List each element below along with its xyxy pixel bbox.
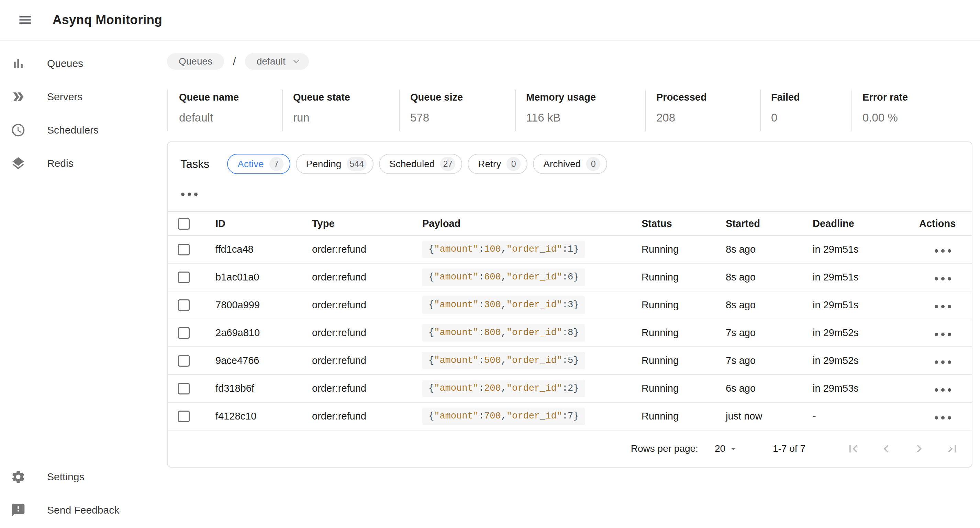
filter-chip-count: 27	[440, 157, 455, 171]
filter-chip-retry[interactable]: Retry0	[468, 154, 527, 174]
task-actions-cell	[919, 347, 972, 374]
table-row: 9ace4766order:refund{"amount":500,"order…	[168, 347, 972, 374]
table-row: fd318b6forder:refund{"amount":200,"order…	[168, 374, 972, 402]
first-page-button[interactable]	[845, 441, 861, 457]
filter-chip-active[interactable]: Active7	[227, 154, 290, 174]
stat-memory-usage: Memory usage116 kB	[515, 90, 645, 131]
sidebar-item-queues[interactable]: Queues	[0, 47, 167, 80]
row-checkbox[interactable]	[178, 411, 190, 422]
row-select-cell	[168, 347, 215, 374]
column-header-payload: Payload	[422, 211, 641, 236]
task-id: f4128c10	[215, 402, 312, 430]
stat-queue-size: Queue size578	[399, 90, 515, 131]
sidebar-item-send-feedback[interactable]: Send Feedback	[0, 493, 167, 526]
row-actions-button[interactable]	[934, 360, 952, 365]
stat-label: Memory usage	[526, 92, 645, 103]
row-checkbox[interactable]	[178, 244, 190, 255]
row-checkbox[interactable]	[178, 355, 190, 367]
task-id: ffd1ca48	[215, 236, 312, 263]
task-deadline: in 29m51s	[813, 291, 919, 319]
filter-chip-label: Archived	[543, 159, 581, 170]
first-page-icon	[846, 441, 861, 456]
breadcrumb: Queues / default	[167, 53, 972, 70]
column-header-deadline: Deadline	[813, 211, 919, 236]
task-deadline: -	[813, 402, 919, 430]
sidebar-item-label: Settings	[47, 471, 84, 483]
select-all-checkbox[interactable]	[178, 218, 190, 230]
payload-code: {"amount":200,"order_id":2}	[422, 380, 585, 397]
task-payload-cell: {"amount":800,"order_id":8}	[422, 319, 641, 347]
row-actions-button[interactable]	[934, 332, 952, 337]
task-started: just now	[726, 402, 813, 430]
breadcrumb-current-label: default	[257, 56, 286, 67]
stat-value: 208	[656, 111, 760, 124]
row-actions-button[interactable]	[934, 388, 952, 392]
stat-value: run	[293, 111, 399, 124]
rows-per-page-label: Rows per page:	[631, 443, 698, 454]
rows-per-page-select[interactable]: 20	[715, 443, 739, 455]
sidebar-item-settings[interactable]: Settings	[0, 460, 167, 493]
bulk-actions-row	[168, 174, 972, 195]
column-header-actions: Actions	[919, 211, 972, 236]
task-status: Running	[641, 319, 726, 347]
task-type: order:refund	[312, 319, 422, 347]
filter-chip-archived[interactable]: Archived0	[533, 154, 607, 174]
stat-failed: Failed0	[760, 90, 851, 131]
table-row: f4128c10order:refund{"amount":700,"order…	[168, 402, 972, 430]
last-page-button[interactable]	[944, 441, 960, 457]
task-actions-cell	[919, 374, 972, 402]
task-actions-cell	[919, 402, 972, 430]
row-actions-button[interactable]	[934, 249, 952, 254]
payload-code: {"amount":100,"order_id":1}	[422, 241, 585, 258]
task-started: 7s ago	[726, 347, 813, 374]
sidebar: QueuesServersSchedulersRedis SettingsSen…	[0, 41, 167, 527]
row-actions-button[interactable]	[934, 415, 952, 420]
chevron-down-icon	[290, 55, 302, 67]
row-actions-button[interactable]	[934, 304, 952, 309]
task-deadline: in 29m51s	[813, 263, 919, 291]
task-started: 7s ago	[726, 319, 813, 347]
previous-page-button[interactable]	[878, 441, 894, 457]
stat-processed: Processed208	[645, 90, 760, 131]
payload-code: {"amount":700,"order_id":7}	[422, 407, 585, 425]
breadcrumb-queues-chip[interactable]: Queues	[167, 53, 224, 70]
task-filter-row: Tasks Active7Pending544Scheduled27Retry0…	[168, 142, 972, 174]
table-row: 7800a999order:refund{"amount":300,"order…	[168, 291, 972, 319]
task-type: order:refund	[312, 374, 422, 402]
row-checkbox[interactable]	[178, 300, 190, 311]
filter-chip-scheduled[interactable]: Scheduled27	[379, 154, 462, 174]
pagination-bar: Rows per page: 20 1-7 of 7	[168, 431, 972, 467]
task-status: Running	[641, 263, 726, 291]
arrow-drop-down-icon	[727, 443, 739, 455]
task-id: fd318b6f	[215, 374, 312, 402]
task-actions-cell	[919, 236, 972, 263]
next-page-button[interactable]	[911, 441, 927, 457]
stat-label: Failed	[771, 92, 851, 103]
queue-stats-bar: Queue namedefaultQueue staterunQueue siz…	[167, 90, 972, 131]
task-deadline: in 29m51s	[813, 236, 919, 263]
filter-chip-pending[interactable]: Pending544	[296, 154, 374, 174]
row-checkbox[interactable]	[178, 327, 190, 339]
bulk-actions-button[interactable]	[180, 192, 198, 197]
hamburger-menu-button[interactable]	[18, 13, 33, 27]
tasks-card: Tasks Active7Pending544Scheduled27Retry0…	[167, 141, 972, 468]
row-checkbox[interactable]	[178, 271, 190, 283]
task-status: Running	[641, 402, 726, 430]
row-actions-button[interactable]	[934, 276, 952, 281]
task-id: b1ac01a0	[215, 263, 312, 291]
payload-code: {"amount":800,"order_id":8}	[422, 324, 585, 342]
column-header-type: Type	[312, 211, 422, 236]
row-checkbox[interactable]	[178, 383, 190, 395]
payload-code: {"amount":500,"order_id":5}	[422, 352, 585, 369]
sidebar-item-schedulers[interactable]: Schedulers	[0, 113, 167, 147]
payload-code: {"amount":600,"order_id":6}	[422, 268, 585, 286]
main-content: Queues / default Queue namedefaultQueue …	[167, 41, 980, 527]
task-actions-cell	[919, 263, 972, 291]
task-status: Running	[641, 236, 726, 263]
sidebar-item-servers[interactable]: Servers	[0, 80, 167, 113]
breadcrumb-queue-selector[interactable]: default	[245, 53, 309, 70]
stat-value: 578	[410, 111, 515, 124]
task-deadline: in 29m53s	[813, 374, 919, 402]
sidebar-item-redis[interactable]: Redis	[0, 147, 167, 180]
stat-queue-state: Queue staterun	[282, 90, 399, 131]
